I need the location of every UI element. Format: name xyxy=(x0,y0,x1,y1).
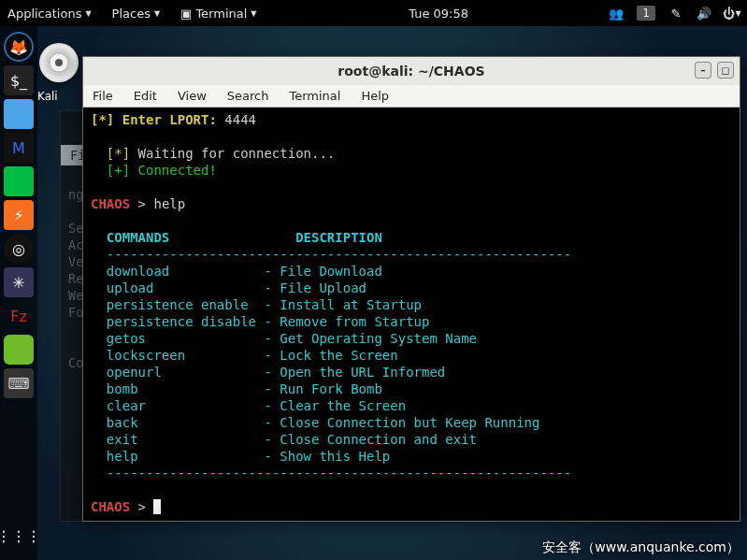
command-row: lockscreen - Lock the Screen xyxy=(91,348,398,363)
window-title: root@kali: ~/CHAOS xyxy=(338,64,484,79)
command-row: help - Show this Help xyxy=(91,449,390,464)
command-row: openurl - Open the URL Informed xyxy=(91,365,445,380)
cursor xyxy=(153,499,161,514)
chevron-down-icon: ▼ xyxy=(154,9,160,18)
maximize-button[interactable]: ◻ xyxy=(717,62,734,79)
volume-icon[interactable]: 🔊 xyxy=(697,6,711,21)
waiting-text: Waiting for connection... xyxy=(130,146,335,161)
terminal-body[interactable]: [*] Enter LPORT: 4444 [*] Waiting for co… xyxy=(83,108,740,521)
help-command: help xyxy=(153,196,185,211)
armitage-icon[interactable] xyxy=(4,166,34,196)
color-picker-icon[interactable]: ✎ xyxy=(668,6,683,21)
dock: 🦊 $_ M ⚡ ◎ ✳ Fz ⌨ ⋮⋮⋮ xyxy=(0,26,37,560)
chevron-down-icon: ▼ xyxy=(251,9,256,18)
command-row: persistence enable - Install at Startup xyxy=(91,297,422,312)
spotify-icon[interactable] xyxy=(4,335,34,365)
command-row: back - Close Connection but Keep Running xyxy=(91,415,539,430)
files-icon[interactable] xyxy=(4,99,34,129)
keyboard-icon[interactable]: ⌨ xyxy=(4,368,34,398)
system-tray: 👥 1 ✎ 🔊 ⏻ ▼ xyxy=(609,6,740,21)
waiting-tag: [*] xyxy=(107,146,130,161)
command-row: exit - Close Connection and exit xyxy=(91,432,477,447)
filezilla-icon[interactable]: Fz xyxy=(4,301,34,331)
terminal-shortcut-icon[interactable]: $_ xyxy=(4,65,34,95)
connected-text: Connected! xyxy=(130,163,217,178)
top-panel: Applications▼ Places▼ ▣ Terminal▼ Tue 09… xyxy=(0,0,747,26)
menu-help[interactable]: Help xyxy=(361,89,389,103)
menu-file[interactable]: File xyxy=(93,89,113,103)
menu-view[interactable]: View xyxy=(178,89,207,103)
chaos-prompt-2: CHAOS xyxy=(91,499,130,514)
command-row: clear - Clear the Screen xyxy=(91,398,406,413)
command-row: getos - Get Operating System Name xyxy=(91,331,477,346)
obs-icon[interactable]: ◎ xyxy=(4,234,34,264)
menu-search[interactable]: Search xyxy=(227,89,269,103)
lport-prompt: [*] Enter LPORT: xyxy=(91,112,224,127)
chaos-prompt: CHAOS xyxy=(91,196,130,211)
connected-tag: [+] xyxy=(107,163,130,178)
power-icon[interactable]: ⏻ ▼ xyxy=(725,6,740,21)
workspace-indicator[interactable]: 1 xyxy=(637,6,655,21)
minimize-button[interactable]: – xyxy=(695,62,711,79)
command-row: download - File Download xyxy=(91,264,382,279)
command-row: bomb - Run Fork Bomb xyxy=(91,381,382,396)
terminal-menu[interactable]: ▣ Terminal▼ xyxy=(180,7,256,21)
chevron-down-icon: ▼ xyxy=(85,9,91,18)
places-menu[interactable]: Places▼ xyxy=(112,7,161,21)
watermark: 安全客（www.anquanke.com） xyxy=(542,539,740,556)
lport-value: 4444 xyxy=(224,112,256,127)
zenmap-icon[interactable]: ✳ xyxy=(4,267,34,297)
clock[interactable]: Tue 09:58 xyxy=(409,7,468,21)
burp-icon[interactable]: ⚡ xyxy=(4,200,34,230)
applications-menu[interactable]: Applications▼ xyxy=(7,7,92,21)
command-row: persistence disable - Remove from Startu… xyxy=(91,314,429,329)
titlebar[interactable]: root@kali: ~/CHAOS – ◻ xyxy=(83,57,740,85)
menu-edit[interactable]: Edit xyxy=(134,89,157,103)
metasploit-icon[interactable]: M xyxy=(4,133,34,163)
cd-drive-icon[interactable] xyxy=(39,43,79,82)
terminal-menubar: File Edit View Search Terminal Help xyxy=(83,85,740,108)
command-row: upload - File Upload xyxy=(91,280,366,295)
recorder-icon[interactable]: 👥 xyxy=(609,6,624,21)
app-grid-icon[interactable]: ⋮⋮⋮ xyxy=(4,521,34,551)
foreground-terminal-window[interactable]: root@kali: ~/CHAOS – ◻ File Edit View Se… xyxy=(82,56,740,522)
firefox-icon[interactable]: 🦊 xyxy=(4,32,34,62)
cd-label: Kali xyxy=(37,90,58,103)
menu-terminal[interactable]: Terminal xyxy=(289,89,340,103)
terminal-icon: ▣ xyxy=(180,7,192,21)
